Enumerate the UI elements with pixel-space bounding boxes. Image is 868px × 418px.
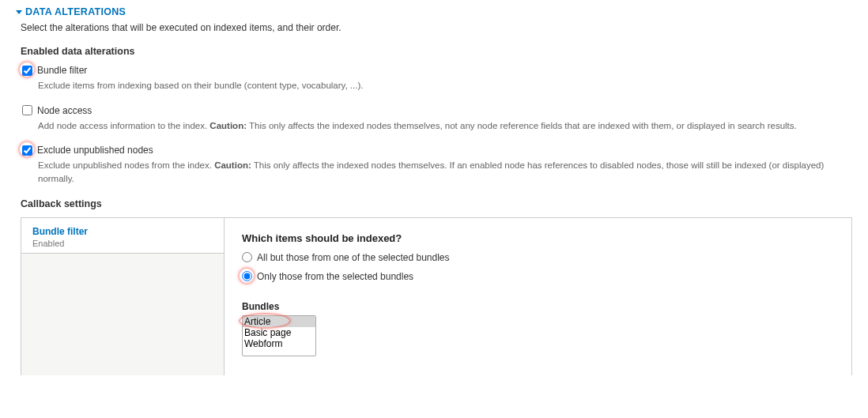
alteration-description: Exclude unpublished nodes from the index…: [38, 159, 852, 185]
callback-sidebar: Bundle filter Enabled: [21, 218, 225, 375]
section-description: Select the alterations that will be exec…: [21, 22, 852, 33]
alteration-description: Add node access information to the index…: [38, 119, 852, 133]
alteration-checkbox[interactable]: [22, 105, 32, 115]
bundles-option[interactable]: Article: [243, 316, 315, 327]
alteration-row: Bundle filterExclude items from indexing…: [22, 65, 852, 92]
callback-tab-bundle-filter[interactable]: Bundle filter Enabled: [21, 218, 224, 254]
callback-panel: Bundle filter Enabled Which items should…: [21, 217, 852, 375]
callback-tab-title: Bundle filter: [32, 226, 213, 237]
callback-sidebar-fill: [21, 254, 224, 375]
callback-content: Which items should be indexed? All but t…: [225, 218, 851, 375]
alteration-checkbox[interactable]: [22, 66, 32, 76]
alteration-row: Exclude unpublished nodesExclude unpubli…: [22, 145, 852, 185]
bundles-title: Bundles: [242, 301, 834, 312]
which-radio-row[interactable]: All but those from one of the selected b…: [242, 252, 834, 263]
which-items-title: Which items should be indexed?: [242, 232, 834, 244]
section-title: DATA ALTERATIONS: [25, 6, 126, 17]
alteration-checkbox-line[interactable]: Exclude unpublished nodes: [22, 145, 852, 156]
alteration-description: Exclude items from indexing based on the…: [38, 79, 852, 92]
which-radio[interactable]: [242, 252, 252, 262]
which-radio-label: Only those from the selected bundles: [257, 271, 413, 282]
bundles-option[interactable]: Basic page: [243, 327, 315, 338]
enabled-alterations-title: Enabled data alterations: [21, 46, 852, 57]
alteration-row: Node accessAdd node access information t…: [22, 105, 852, 133]
alteration-label: Node access: [37, 105, 92, 116]
which-radio[interactable]: [242, 271, 252, 281]
bundles-option[interactable]: Webform: [243, 338, 315, 349]
callback-settings-title: Callback settings: [21, 198, 852, 209]
callback-tab-status: Enabled: [32, 239, 213, 248]
section-header[interactable]: DATA ALTERATIONS: [16, 6, 852, 17]
alteration-label: Exclude unpublished nodes: [37, 145, 153, 156]
bundles-select[interactable]: ArticleBasic pageWebform: [242, 315, 316, 356]
alteration-checkbox[interactable]: [22, 145, 32, 156]
alteration-checkbox-line[interactable]: Bundle filter: [22, 65, 852, 76]
chevron-down-icon: [16, 10, 22, 14]
which-radio-row[interactable]: Only those from the selected bundles: [242, 271, 834, 282]
which-radio-label: All but those from one of the selected b…: [257, 252, 450, 263]
alteration-label: Bundle filter: [37, 65, 87, 76]
alteration-checkbox-line[interactable]: Node access: [22, 105, 852, 116]
